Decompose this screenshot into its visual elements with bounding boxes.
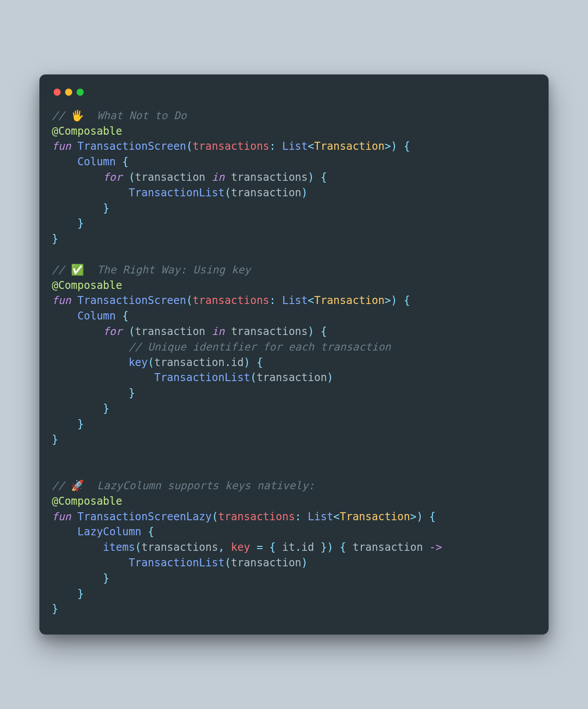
code-token-call: key	[128, 356, 147, 369]
code-token-call: TransactionList	[128, 187, 224, 199]
code-token-punct: :	[295, 510, 301, 523]
code-token-punct: }	[77, 217, 84, 230]
code-token-punct: {	[321, 171, 327, 183]
code-token-keyword: fun	[52, 140, 71, 152]
code-token-ident: transaction	[256, 371, 327, 384]
code-token-plain	[250, 541, 256, 553]
code-token-fnname: TransactionScreen	[77, 294, 186, 307]
code-token-comment: LazyColumn supports keys natively:	[84, 479, 314, 492]
code-token-punct: {	[321, 325, 327, 338]
code-token-punct: }	[103, 202, 109, 214]
code-line: }	[52, 601, 536, 617]
code-token-fnname: TransactionScreen	[77, 140, 186, 152]
code-token-punct: {	[429, 510, 436, 523]
code-token-ident: transaction	[154, 356, 224, 369]
code-token-call: Column	[77, 310, 116, 322]
code-line: }	[52, 432, 536, 448]
code-token-plain	[71, 294, 77, 307]
code-token-punct: {	[404, 294, 410, 307]
code-token-plain	[333, 541, 340, 553]
code-block: // 🖐 What Not to Do@Composablefun Transa…	[52, 108, 536, 617]
code-token-punct: {	[256, 356, 263, 369]
code-token-param: transactions	[193, 140, 269, 152]
code-line	[52, 247, 536, 262]
code-token-type: List	[282, 294, 308, 307]
code-token-plain	[141, 526, 147, 538]
code-line: for (transaction in transactions) {	[52, 170, 536, 185]
code-line: TransactionList(transaction)	[52, 555, 536, 571]
code-token-comment: // Unique identifier for each transactio…	[128, 341, 391, 353]
code-token-typearg: Transaction	[314, 294, 384, 307]
code-token-punct: )	[302, 557, 308, 569]
code-token-punct: (	[224, 187, 231, 199]
code-token-param: transactions	[218, 510, 295, 523]
code-token-typearg: Transaction	[314, 140, 384, 152]
code-token-comment: //	[52, 264, 71, 276]
code-token-punct: )	[302, 187, 308, 199]
code-token-op: .	[224, 356, 231, 369]
code-token-plain	[71, 140, 77, 152]
code-token-comment: //	[52, 479, 71, 492]
code-token-punct: }	[52, 433, 58, 446]
code-token-param: key	[231, 541, 250, 553]
code-token-plain	[52, 341, 128, 353]
code-token-keyword: fun	[52, 294, 71, 307]
code-token-plain	[52, 588, 77, 600]
code-token-plain	[52, 526, 77, 538]
code-token-emoji: 🖐	[71, 109, 84, 122]
code-token-plain	[52, 202, 103, 214]
code-line: fun TransactionScreen(transactions: List…	[52, 139, 536, 154]
code-token-plain	[224, 171, 231, 183]
code-token-plain	[52, 418, 77, 430]
code-token-plain	[224, 541, 231, 553]
code-token-punct: <	[333, 510, 340, 523]
code-token-keyword: in	[212, 171, 224, 183]
code-token-annot: @Composable	[52, 495, 122, 507]
code-token-punct: )	[327, 371, 333, 384]
code-line	[52, 463, 536, 478]
code-token-plain	[52, 325, 103, 338]
code-token-call: TransactionList	[154, 371, 250, 384]
code-token-plain	[52, 217, 77, 230]
code-token-punct: (	[128, 325, 135, 338]
code-token-punct: (	[135, 541, 141, 553]
code-token-comment: What Not to Do	[84, 109, 186, 122]
code-token-plain	[52, 557, 128, 569]
code-token-punct: >	[410, 510, 416, 523]
code-token-plain	[205, 325, 212, 338]
code-token-ident: transaction	[231, 557, 302, 569]
code-token-annot: @Composable	[52, 125, 122, 137]
code-token-punct: }	[77, 588, 84, 600]
code-token-ident: transactions	[141, 541, 218, 553]
code-token-comment: The Right Way: Using key	[84, 264, 251, 276]
code-token-plain	[52, 572, 103, 584]
code-token-punct: (	[186, 294, 192, 307]
code-token-punct: }	[77, 418, 84, 430]
code-token-punct: {	[404, 140, 410, 152]
code-token-punct: }	[103, 572, 109, 584]
code-window: // 🖐 What Not to Do@Composablefun Transa…	[39, 74, 549, 635]
traffic-light-close-icon[interactable]	[54, 89, 61, 96]
code-token-punct: )	[391, 140, 397, 152]
code-token-plain	[397, 140, 403, 152]
code-token-plain	[314, 541, 320, 553]
code-token-ident: transaction	[231, 187, 302, 199]
traffic-light-zoom-icon[interactable]	[77, 89, 84, 96]
code-token-ident: it	[282, 541, 295, 553]
code-token-plain	[250, 356, 256, 369]
code-token-punct: :	[269, 294, 275, 307]
code-token-plain	[205, 171, 212, 183]
code-token-punct: (	[250, 371, 256, 384]
code-line: items(transactions, key = { it.id }) { t…	[52, 540, 536, 555]
traffic-light-minimize-icon[interactable]	[65, 89, 72, 96]
code-line: }	[52, 401, 536, 417]
code-token-punct: {	[122, 310, 128, 322]
code-token-ident: transaction	[352, 541, 423, 553]
code-token-plain	[52, 541, 103, 553]
code-line: // ✅ The Right Way: Using key	[52, 262, 536, 278]
code-token-punct: )	[308, 325, 314, 338]
code-token-plain	[346, 541, 352, 553]
code-token-plain	[276, 294, 282, 307]
code-token-plain	[52, 402, 103, 415]
code-token-plain	[423, 541, 429, 553]
